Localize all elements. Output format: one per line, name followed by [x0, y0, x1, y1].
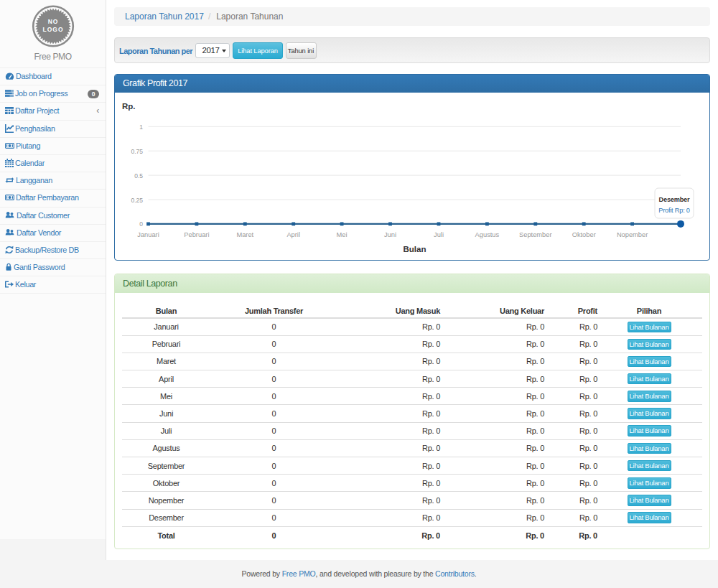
svg-text:0.5: 0.5	[134, 172, 143, 179]
svg-text:Juni: Juni	[384, 231, 396, 238]
svg-text:Pebruari: Pebruari	[184, 231, 209, 238]
svg-text:LOGO: LOGO	[42, 26, 63, 33]
svg-text:April: April	[286, 231, 300, 238]
svg-text:Nopember: Nopember	[617, 231, 648, 238]
svg-text:Agustus: Agustus	[475, 231, 500, 238]
svg-text:Profit Rp: 0: Profit Rp: 0	[658, 207, 690, 214]
svg-text:Mei: Mei	[337, 231, 348, 238]
svg-text:NO: NO	[47, 18, 58, 25]
svg-text:0: 0	[139, 220, 143, 228]
svg-text:0.25: 0.25	[131, 197, 143, 204]
svg-text:Januari: Januari	[137, 231, 159, 238]
svg-text:September: September	[519, 231, 551, 238]
svg-text:Desember: Desember	[659, 196, 690, 203]
svg-text:Juli: Juli	[434, 231, 444, 238]
svg-text:0.75: 0.75	[131, 148, 143, 155]
svg-text:1: 1	[139, 123, 143, 131]
svg-text:Oktober: Oktober	[572, 231, 596, 238]
svg-text:Maret: Maret	[236, 231, 253, 238]
